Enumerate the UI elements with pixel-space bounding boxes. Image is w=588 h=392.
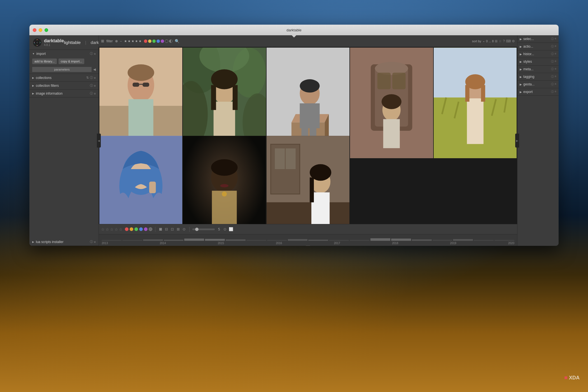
rate-star-2[interactable]: ☆ [106,227,109,232]
label-none[interactable] [149,227,152,231]
photo-cell-7[interactable] [183,136,266,224]
right-action-info[interactable]: ⓘ [551,45,554,48]
right-tagging-menu[interactable]: ≡ [555,75,556,79]
minus-filter[interactable]: − [120,39,122,43]
label-green[interactable] [134,227,138,231]
label-yellow[interactable] [130,227,133,231]
right-export-menu[interactable]: ≡ [555,90,556,94]
maximize-button[interactable] [45,28,48,32]
image-info-info-icon[interactable]: ⓘ [90,91,93,95]
grid-view-btn[interactable]: ⊞ [158,227,163,232]
right-styles[interactable]: ▶ styles ⓘ ≡ [517,58,559,66]
collections-menu-icon[interactable]: ≡ [94,76,96,80]
parameters-arrow[interactable]: ◀ [93,67,96,71]
left-sidebar-collapse-handle[interactable]: ◀ [97,134,101,148]
star-rating-filter[interactable]: ☆ [499,39,502,43]
right-tagging-info[interactable]: ⓘ [551,75,554,79]
svg-rect-70 [275,148,285,169]
reject-filter-icon[interactable]: ⊗ [115,39,118,43]
right-select-menu[interactable]: ≡ [555,37,556,41]
nav-lighttable[interactable]: lighttable [64,39,81,46]
image-info-menu-icon[interactable]: ≡ [94,92,96,95]
photo-cell-5[interactable] [434,48,517,158]
help-icon[interactable]: ? [503,39,505,43]
settings-icon[interactable]: ⚙ [512,39,515,43]
right-meta[interactable]: ▶ meta... ⓘ ≡ [517,66,559,73]
photo-cell-6[interactable] [99,136,182,224]
import-menu-icon[interactable]: ≡ [94,52,96,55]
right-select-info[interactable]: ⓘ [551,37,554,41]
collection-filters-info-icon[interactable]: ⓘ [90,83,93,88]
rate-star-3[interactable]: ☆ [110,227,114,232]
dual-view-btn[interactable]: ⊡ [170,227,175,232]
filter-icon[interactable]: ⊞ [101,39,104,43]
right-action-menu[interactable]: ≡ [555,45,556,48]
star-4[interactable]: ★ [135,39,138,43]
color-filter-combined[interactable] [169,39,172,43]
color-filter-yellow[interactable] [148,39,151,43]
keyboard-icon[interactable]: ⌨ [506,39,511,43]
color-filter-green[interactable] [152,39,156,43]
add-to-library-button[interactable]: add to library... [32,59,57,64]
minimize-button[interactable] [39,28,42,32]
collection-filters-header[interactable]: ▶ collection filters ⓘ ≡ [29,82,99,89]
import-header[interactable]: ▼ import ⓘ ≡ [29,50,99,57]
culling-view-btn[interactable]: ⊟ [164,227,169,232]
star-5[interactable]: ★ [139,39,142,43]
label-purple[interactable] [144,227,148,231]
right-history-info[interactable]: ⓘ [551,52,554,56]
lua-scripts-header[interactable]: ▶ lua scripts installer ⓘ ≡ [29,238,99,246]
app-window: darktable [29,25,559,246]
photo-cell-4[interactable] [350,48,433,158]
right-meta-menu[interactable]: ≡ [555,67,556,71]
right-geota[interactable]: ▶ geota... ⓘ ≡ [517,81,559,88]
collections-sort-icon[interactable]: ⇅ [86,76,89,80]
search-icon[interactable]: 🔍 [175,39,179,43]
import-info-icon[interactable]: ⓘ [90,52,93,56]
right-geota-menu[interactable]: ≡ [555,82,556,86]
star-1[interactable]: ★ [124,39,127,43]
right-select[interactable]: ▶ selec... ⓘ ≡ [517,35,559,43]
collections-header[interactable]: ▶ collections ⇅ ⓘ ≡ [29,74,99,81]
image-information-header[interactable]: ▶ image information ⓘ ≡ [29,90,99,97]
collections-info-icon[interactable]: ⓘ [90,76,93,80]
right-meta-info[interactable]: ⓘ [551,67,554,71]
zoom-thumb [195,228,199,231]
star-3[interactable]: ★ [131,39,134,43]
color-filter-red[interactable] [144,39,147,43]
right-geota-info[interactable]: ⓘ [551,82,554,86]
label-blue[interactable] [139,227,143,231]
rate-star-5[interactable]: ☆ [119,227,123,232]
photo-cell-8[interactable] [267,136,349,224]
right-export-info[interactable]: ⓘ [551,90,554,94]
right-styles-menu[interactable]: ≡ [555,60,556,64]
star-2[interactable]: ★ [128,39,131,43]
right-sidebar-collapse-handle[interactable]: ▶ [515,134,519,148]
monitor-icon[interactable]: ⬜ [229,227,233,231]
color-filter-blue[interactable] [157,39,160,43]
sort-dropdown-arrow[interactable]: ⌄ [482,39,485,43]
collection-filters-menu-icon[interactable]: ≡ [94,84,96,87]
copy-import-button[interactable]: copy & import... [59,59,84,64]
right-styles-info[interactable]: ⓘ [551,60,554,64]
label-red[interactable] [125,227,129,231]
right-history-menu[interactable]: ≡ [555,52,556,56]
color-filter-none[interactable] [165,39,168,43]
lua-menu-icon[interactable]: ≡ [94,240,96,244]
zoom-slider[interactable] [192,228,215,230]
color-filter-purple[interactable] [161,39,164,43]
zoom-view-btn[interactable]: ⊙ [182,227,186,232]
right-action[interactable]: ▶ actio... ⓘ ≡ [517,43,559,50]
fullscreen-view-btn[interactable]: ⊠ [176,227,181,232]
rate-star-1[interactable]: ☆ [101,227,105,232]
rate-star-4[interactable]: ☆ [115,227,118,232]
tl-bar [494,240,514,241]
year-2015: 2015 [218,242,224,245]
right-history[interactable]: ▶ histor... ⓘ ≡ [517,50,559,58]
right-export[interactable]: ▶ export ⓘ ≡ [517,88,559,96]
timeline[interactable]: 2013 2014 2015 2016 2017 2018 2019 2020 [99,234,517,246]
right-tagging[interactable]: ▶ tagging ⓘ ≡ [517,73,559,81]
lua-info-icon[interactable]: ⓘ [90,240,93,244]
display-icon[interactable]: ⊙ [223,227,227,231]
close-button[interactable] [33,28,36,32]
